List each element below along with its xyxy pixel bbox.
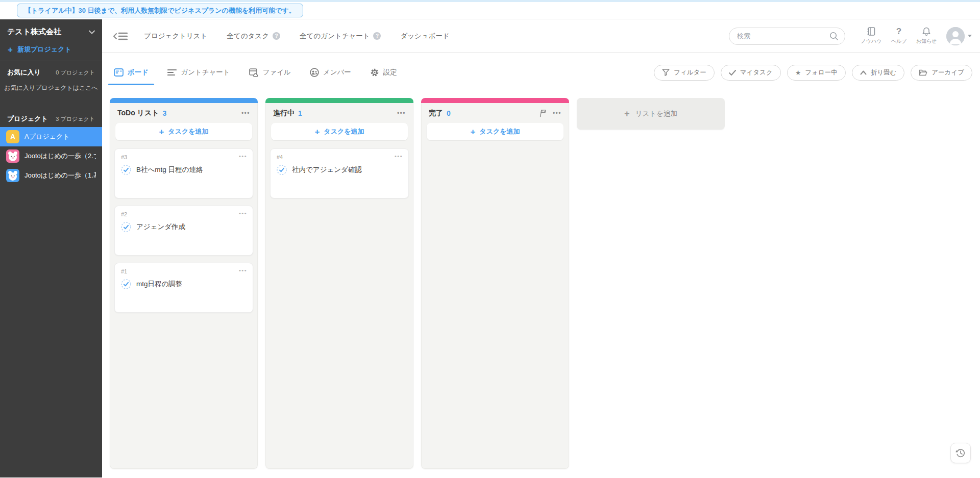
knowhow-button[interactable]: ノウハウ (857, 27, 885, 45)
filter-button[interactable]: フィルター (654, 65, 715, 81)
card-container (422, 144, 569, 153)
nav-dashboard[interactable]: ダッシュボード (400, 32, 449, 41)
projects-section-header: プロジェクト 3 プロジェクト (0, 108, 102, 126)
add-list-label: リストを追加 (635, 109, 677, 118)
plus-icon: + (314, 128, 320, 136)
task-number: #2 (121, 211, 247, 217)
task-card[interactable]: #2 ••• アジェンダ作成 (114, 206, 253, 256)
task-card[interactable]: #4 ••• 社内でアジェンダ確認 (270, 148, 409, 198)
list-header: 完了 0 ••• (422, 103, 569, 122)
card-menu-button[interactable]: ••• (238, 267, 248, 274)
avatar (946, 27, 965, 45)
global-nav: プロジェクトリスト 全てのタスク ? 全てのガントチャート ? ダッシュボード (144, 32, 450, 41)
board-filter-buttons: フィルター マイタスク ★ フォロー中 折り畳む (654, 65, 972, 81)
kanban-list-done: 完了 0 ••• + タスクを追加 (421, 98, 569, 469)
task-card[interactable]: #1 ••• mtg日程の調整 (114, 263, 253, 313)
add-task-button[interactable]: + タスクを追加 (427, 123, 564, 140)
list-header: 進行中 1 ••• (266, 103, 413, 122)
card-menu-button[interactable]: ••• (238, 210, 248, 217)
list-task-count: 1 (298, 109, 302, 117)
nav-all-gantt[interactable]: 全てのガントチャート ? (300, 32, 381, 41)
project-name: Aプロジェクト (24, 132, 70, 141)
list-title: ToDo リスト (117, 109, 159, 118)
trial-banner[interactable]: 【トライアル中】30 日後まで、利用人数無制限でビジネスプランの機能を利用可能で… (17, 4, 303, 17)
my-tasks-button[interactable]: マイタスク (721, 65, 781, 81)
list-menu-button[interactable]: ••• (552, 110, 562, 116)
card-container: #4 ••• 社内でアジェンダ確認 (266, 144, 413, 203)
nav-project-list[interactable]: プロジェクトリスト (144, 32, 207, 41)
filter-label: フィルター (674, 68, 706, 77)
complete-task-checkbox[interactable] (121, 279, 131, 289)
tab-board[interactable]: ボード (114, 68, 149, 77)
bear-mascot-icon (6, 169, 19, 182)
card-menu-button[interactable]: ••• (394, 153, 404, 160)
plus-icon: + (624, 109, 630, 118)
tab-label: ファイル (263, 68, 291, 77)
plus-icon: + (8, 45, 13, 54)
nav-all-tasks[interactable]: 全てのタスク ? (227, 32, 280, 41)
task-card[interactable]: #3 ••• B社へmtg 日程の連絡 (114, 148, 253, 198)
workspace-selector[interactable]: テスト株式会社 (0, 19, 102, 40)
list-menu-button[interactable]: ••• (396, 110, 407, 116)
task-number: #1 (121, 268, 247, 274)
card-menu-button[interactable]: ••• (238, 153, 248, 160)
list-header: ToDo リスト 3 ••• (110, 103, 257, 122)
new-project-button[interactable]: + 新規プロジェクト (0, 40, 102, 61)
following-button[interactable]: ★ フォロー中 (787, 65, 846, 81)
history-button[interactable] (950, 443, 971, 463)
search-input[interactable] (729, 28, 845, 45)
favorites-label: お気に入り (7, 68, 41, 77)
gantt-icon (167, 69, 177, 76)
following-label: フォロー中 (805, 68, 837, 77)
collapse-lists-label: 折り畳む (871, 68, 897, 77)
add-task-label: タスクを追加 (479, 127, 520, 136)
complete-task-checkbox[interactable] (121, 165, 131, 175)
tab-files[interactable]: ファイル (249, 68, 291, 77)
add-task-button[interactable]: + タスクを追加 (115, 123, 252, 140)
add-list-button[interactable]: + リストを追加 (577, 98, 725, 130)
sidebar: テスト株式会社 + 新規プロジェクト お気に入り 0 プロジェクト お気に入りプ… (0, 19, 102, 477)
search-icon[interactable] (829, 32, 839, 41)
help-circle-icon[interactable]: ? (373, 32, 381, 40)
archive-button[interactable]: アーカイブ (911, 65, 972, 81)
project-list: A Aプロジェクト Jootoはじめの一歩（2.プ… Jootoはじめの一歩（1… (0, 127, 102, 185)
project-letter-icon: A (6, 130, 19, 143)
list-task-count: 0 (447, 109, 451, 117)
sidebar-project-jooto-2[interactable]: Jootoはじめの一歩（2.プ… (0, 146, 102, 166)
collapse-sidebar-icon (113, 31, 128, 41)
list-menu-button[interactable]: ••• (240, 110, 251, 116)
main-area: プロジェクトリスト 全てのタスク ? 全てのガントチャート ? ダッシュボード (102, 19, 980, 477)
plus-icon: + (470, 128, 475, 136)
task-title: mtg日程の調整 (136, 280, 182, 289)
sidebar-project-a[interactable]: A Aプロジェクト (0, 127, 102, 146)
favorites-empty-note: お気に入りプロジェクトはここへ (0, 80, 102, 108)
file-storage-icon (249, 68, 259, 77)
sidebar-project-jooto-1[interactable]: Jootoはじめの一歩（1.基… (0, 166, 102, 185)
help-circle-icon[interactable]: ? (273, 32, 280, 40)
tab-label: ボード (128, 68, 149, 77)
check-circle-icon (121, 165, 131, 175)
kanban-list-in-progress: 進行中 1 ••• + タスクを追加 #4 (265, 98, 413, 469)
goal-flag-icon (539, 109, 547, 117)
collapse-sidebar-button[interactable] (112, 30, 129, 42)
gear-icon (370, 68, 379, 77)
complete-task-checkbox[interactable] (121, 222, 131, 232)
tab-members[interactable]: メンバー (310, 68, 351, 77)
notifications-button[interactable]: お知らせ (913, 27, 940, 45)
collapse-lists-button[interactable]: 折り畳む (852, 65, 905, 81)
list-title: 進行中 (273, 109, 295, 118)
project-name: Jootoはじめの一歩（1.基… (24, 171, 96, 180)
complete-task-checkbox[interactable] (277, 165, 287, 175)
chevron-down-icon (89, 30, 95, 34)
tab-gantt[interactable]: ガントチャート (167, 68, 230, 77)
user-menu[interactable] (946, 27, 972, 45)
add-task-button[interactable]: + タスクを追加 (271, 123, 408, 140)
help-button[interactable]: ? ヘルプ (885, 27, 913, 45)
kanban-board: ToDo リスト 3 ••• + タスクを追加 #3 (102, 92, 980, 477)
help-label: ヘルプ (891, 38, 907, 45)
task-title: B社へmtg 日程の連絡 (136, 165, 203, 174)
my-tasks-label: マイタスク (740, 68, 773, 77)
tab-settings[interactable]: 設定 (370, 68, 397, 77)
knowhow-label: ノウハウ (861, 38, 882, 45)
projects-count: 3 プロジェクト (56, 115, 95, 123)
